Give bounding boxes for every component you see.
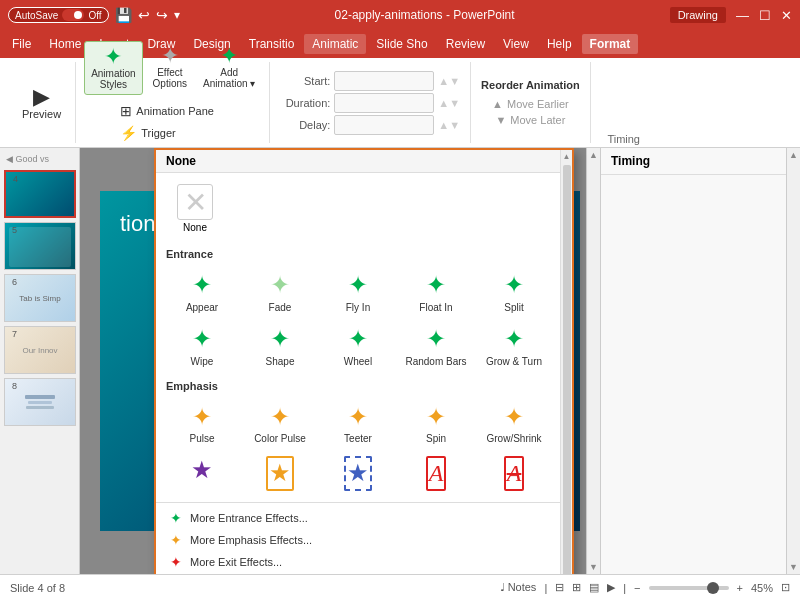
more-icon[interactable]: ▾: [174, 8, 180, 22]
menu-slideshow[interactable]: Slide Sho: [368, 34, 435, 54]
more-emphasis-link[interactable]: ✦ More Emphasis Effects...: [156, 529, 560, 551]
trigger-button[interactable]: ⚡ Trigger: [114, 123, 231, 143]
more-exit-icon: ✦: [170, 554, 182, 570]
zoom-out-btn[interactable]: −: [634, 582, 640, 594]
move-earlier-label: Move Earlier: [507, 98, 569, 110]
save-icon[interactable]: 💾: [115, 7, 132, 23]
preview-button[interactable]: ▶ Preview: [16, 82, 67, 124]
anim-pulse[interactable]: ✦ Pulse: [164, 398, 240, 450]
filename-label: 02-apply-animations - PowerPoint: [335, 8, 515, 22]
close-btn[interactable]: ✕: [781, 8, 792, 23]
autosave-toggle[interactable]: [62, 9, 84, 21]
view-reading-icon[interactable]: ▤: [589, 581, 599, 594]
grow-turn-icon: ✦: [504, 325, 524, 354]
anim-emphasis-8[interactable]: ★: [320, 451, 396, 498]
color-pulse-label: Color Pulse: [254, 433, 306, 444]
anim-emphasis-7[interactable]: ★: [242, 451, 318, 498]
duration-input[interactable]: [334, 93, 434, 113]
more-exit-link[interactable]: ✦ More Exit Effects...: [156, 551, 560, 573]
undo-icon[interactable]: ↩: [138, 7, 150, 23]
slide-thumb-7[interactable]: Our Innov 7: [4, 326, 76, 374]
anim-emphasis-6[interactable]: ★: [164, 451, 240, 498]
status-bar: Slide 4 of 8 ♩ Notes | ⊟ ⊞ ▤ ▶ | − + 45%…: [0, 574, 800, 600]
slide-thumb-5[interactable]: 5: [4, 222, 76, 270]
autosave-badge[interactable]: AutoSave Off: [8, 7, 109, 23]
anim-floatin[interactable]: ✦ Float In: [398, 266, 474, 318]
spin-label: Spin: [426, 433, 446, 444]
animation-styles-label: AnimationStyles: [91, 68, 135, 90]
view-slide-sorter-icon[interactable]: ⊞: [572, 581, 581, 594]
view-normal-icon[interactable]: ⊟: [555, 581, 564, 594]
animation-dropdown: None ✕ None Entrance ✦: [154, 148, 574, 574]
anim-wheel[interactable]: ✦ Wheel: [320, 320, 396, 372]
view-presenter-icon[interactable]: ▶: [607, 581, 615, 594]
anim-emphasis-10[interactable]: A: [476, 451, 552, 498]
anim-color-pulse[interactable]: ✦ Color Pulse: [242, 398, 318, 450]
anim-random-bars[interactable]: ✦ Random Bars: [398, 320, 474, 372]
menu-review[interactable]: Review: [438, 34, 493, 54]
scroll-up-arrow[interactable]: ▲: [563, 152, 571, 161]
add-animation-icon: ✦: [220, 45, 238, 67]
delay-input[interactable]: [334, 115, 434, 135]
start-input[interactable]: [334, 71, 434, 91]
anim-grow-turn[interactable]: ✦ Grow & Turn: [476, 320, 552, 372]
zoom-level[interactable]: 45%: [751, 582, 773, 594]
title-bar: AutoSave Off 💾 ↩ ↪ ▾ 02-apply-animations…: [0, 0, 800, 30]
entrance-grid: ✦ Appear ✦ Fade ✦ Fly In ✦: [156, 262, 560, 376]
anim-shape[interactable]: ✦ Shape: [242, 320, 318, 372]
slide-scroll-down[interactable]: ▼: [589, 562, 598, 572]
timing-panel-scrollbar[interactable]: ▲ ▼: [786, 148, 800, 574]
zoom-slider[interactable]: [649, 586, 729, 590]
menu-format[interactable]: Format: [582, 34, 639, 54]
zoom-in-btn[interactable]: +: [737, 582, 743, 594]
slide-thumb-4[interactable]: 4: [4, 170, 76, 218]
timing-scroll-down[interactable]: ▼: [789, 562, 798, 572]
emphasis-6-icon: ★: [191, 456, 213, 485]
anim-teeter[interactable]: ✦ Teeter: [320, 398, 396, 450]
add-animation-label: AddAnimation ▾: [203, 67, 255, 89]
slide-view-scrollbar[interactable]: ▲ ▼: [586, 148, 600, 574]
menu-file[interactable]: File: [4, 34, 39, 54]
split-label: Split: [504, 302, 523, 313]
none-animation-item[interactable]: ✕ None: [166, 177, 224, 240]
anim-split[interactable]: ✦ Split: [476, 266, 552, 318]
move-later-button[interactable]: ▼ Move Later: [495, 113, 565, 127]
dropdown-scrollbar[interactable]: ▲ ▼: [560, 150, 572, 574]
minimize-btn[interactable]: —: [736, 8, 749, 23]
more-motion-link[interactable]: ☆ More Motion Paths...: [156, 573, 560, 574]
effect-options-button[interactable]: ✦ EffectOptions: [147, 41, 193, 93]
timing-scroll-up[interactable]: ▲: [789, 150, 798, 160]
fit-slide-btn[interactable]: ⊡: [781, 581, 790, 594]
redo-icon[interactable]: ↪: [156, 7, 168, 23]
anim-appear[interactable]: ✦ Appear: [164, 266, 240, 318]
ribbon-timing-group: Start: ▲▼ Duration: ▲▼ Delay: ▲▼: [270, 62, 471, 143]
effect-options-label: EffectOptions: [153, 67, 187, 89]
menu-help[interactable]: Help: [539, 34, 580, 54]
slide-scroll-up[interactable]: ▲: [589, 150, 598, 160]
animation-styles-button[interactable]: ✦ AnimationStyles: [84, 41, 142, 95]
teeter-label: Teeter: [344, 433, 372, 444]
more-entrance-link[interactable]: ✦ More Entrance Effects...: [156, 507, 560, 529]
slide-thumb-8[interactable]: 8: [4, 378, 76, 426]
move-earlier-button[interactable]: ▲ Move Earlier: [492, 97, 569, 111]
menu-view[interactable]: View: [495, 34, 537, 54]
maximize-btn[interactable]: ☐: [759, 8, 771, 23]
anim-wipe[interactable]: ✦ Wipe: [164, 320, 240, 372]
menu-home[interactable]: Home: [41, 34, 89, 54]
slide-thumb-6[interactable]: Tab is Simp 6: [4, 274, 76, 322]
none-label: None: [183, 222, 207, 233]
anim-grow-shrink[interactable]: ✦ Grow/Shrink: [476, 398, 552, 450]
slide-num-4: 4: [4, 174, 18, 184]
add-animation-button[interactable]: ✦ AddAnimation ▾: [197, 41, 261, 93]
scroll-thumb[interactable]: [563, 165, 571, 574]
anim-fade[interactable]: ✦ Fade: [242, 266, 318, 318]
dropdown-none-header: None: [156, 150, 560, 173]
anim-spin[interactable]: ✦ Spin: [398, 398, 474, 450]
anim-emphasis-9[interactable]: A: [398, 451, 474, 498]
animation-pane-button[interactable]: ⊞ Animation Pane: [114, 101, 231, 121]
notes-button[interactable]: ♩ Notes: [500, 581, 537, 594]
wipe-label: Wipe: [191, 356, 214, 367]
menu-animations[interactable]: Animatic: [304, 34, 366, 54]
anim-flyin[interactable]: ✦ Fly In: [320, 266, 396, 318]
wheel-label: Wheel: [344, 356, 372, 367]
